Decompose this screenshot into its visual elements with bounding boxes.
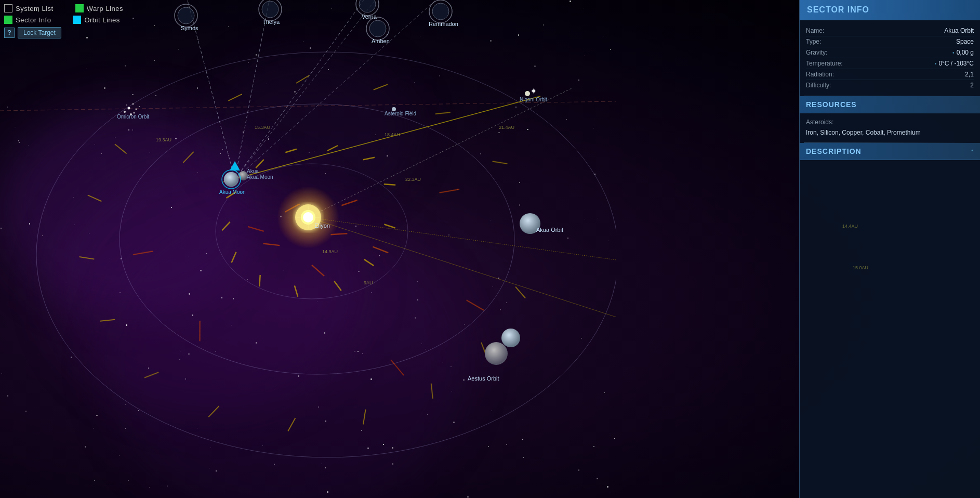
svg-point-88 (359, 0, 376, 12)
name-val: Akua Orbit (944, 27, 974, 34)
svg-line-18 (384, 220, 395, 231)
legatus-s (525, 88, 536, 96)
description-body: 14.4AU 15.0AU (800, 160, 980, 498)
svg-point-71 (133, 103, 134, 105)
selected-marker (230, 161, 240, 171)
thelya-label: Thelya (262, 19, 280, 25)
svg-line-11 (308, 217, 616, 260)
svg-line-22 (255, 275, 265, 286)
akua-moon-label: Akua Moon (247, 174, 273, 180)
amben-label: Amben (372, 38, 390, 44)
svg-line-52 (467, 296, 484, 315)
sector-info-table: Name: Akua Orbit Type: Space Gravity: •0… (800, 20, 980, 96)
svg-line-4 (235, 0, 270, 179)
svg-line-15 (327, 146, 338, 151)
svg-line-53 (391, 360, 404, 375)
svg-point-72 (124, 111, 126, 113)
svg-line-23 (228, 252, 240, 263)
svg-text:18.4AU: 18.4AU (385, 132, 400, 137)
svg-line-38 (206, 406, 221, 417)
akua-label: Akua (247, 168, 259, 174)
svg-line-39 (144, 370, 158, 380)
sector-info-checkbox[interactable] (4, 16, 12, 24)
svg-line-40 (100, 314, 115, 326)
svg-point-59 (303, 212, 313, 222)
svg-point-86 (262, 1, 279, 18)
svg-line-9 (0, 101, 616, 111)
svg-line-44 (263, 236, 280, 253)
warp-lines-checkbox[interactable] (75, 4, 84, 12)
svg-point-69 (501, 329, 520, 347)
svg-line-37 (284, 418, 299, 431)
lock-target-button[interactable]: Lock Target (18, 27, 61, 38)
help-button[interactable]: ? (4, 28, 15, 38)
resources-section: Asteroids: Iron, Silicon, Copper, Cobalt… (800, 113, 980, 142)
right-panel: SECTOR INFO Name: Akua Orbit Type: Space… (799, 0, 980, 498)
svg-line-43 (115, 141, 127, 156)
svg-line-41 (80, 251, 95, 266)
warp-lines-label: Warp Lines (87, 5, 123, 12)
verna-label: Verna (362, 14, 377, 20)
svg-line-19 (364, 257, 374, 268)
svg-line-45 (341, 195, 357, 209)
akua-orbit-label: Akua Moon (219, 189, 246, 195)
orbit-lines-checkbox[interactable] (73, 16, 81, 24)
svg-line-31 (493, 155, 508, 170)
svg-point-90 (369, 20, 386, 37)
svg-point-77 (139, 106, 140, 107)
svg-line-36 (357, 410, 372, 425)
svg-point-64 (224, 172, 239, 187)
svg-line-5 (235, 0, 367, 179)
svg-text:22.3AU: 22.3AU (405, 177, 421, 182)
system-list-checkbox[interactable] (4, 4, 12, 12)
system-list-label: System List (16, 5, 54, 12)
svg-line-10 (223, 96, 540, 182)
svg-point-68 (485, 342, 508, 365)
svg-point-84 (178, 7, 194, 24)
svg-line-42 (88, 191, 102, 206)
symos-label: Symos (181, 25, 198, 31)
gravity-key: Gravity: (806, 49, 827, 56)
asteroids-val: Iron, Silicon, Copper, Cobalt, Promethiu… (806, 128, 974, 137)
svg-line-30 (435, 107, 451, 120)
temperature-key: Temperature: (806, 60, 843, 67)
description-header: DESCRIPTION • (800, 143, 980, 160)
svg-line-24 (220, 222, 232, 230)
svg-point-0 (36, 52, 616, 457)
svg-line-6 (235, 0, 379, 179)
svg-text:15.0AU: 15.0AU (853, 265, 868, 270)
svg-line-20 (334, 280, 341, 291)
remmadon-label: Remmadon (429, 21, 458, 27)
svg-point-79 (525, 91, 530, 96)
svg-point-73 (136, 109, 137, 110)
svg-point-70 (128, 107, 130, 110)
difficulty-val: 2 (970, 82, 974, 89)
svg-point-75 (126, 104, 127, 106)
svg-line-27 (228, 93, 242, 102)
svg-line-49 (248, 220, 264, 237)
svg-text:15.3AU: 15.3AU (255, 125, 270, 130)
svg-line-7 (235, 0, 442, 179)
svg-line-29 (374, 82, 388, 92)
type-val: Space (956, 38, 974, 45)
svg-text:9AU: 9AU (364, 280, 373, 285)
asteroids-key: Asteroids: (806, 119, 974, 126)
svg-text:19.3AU: 19.3AU (156, 137, 171, 142)
name-key: Name: (806, 27, 824, 34)
svg-line-55 (133, 243, 153, 263)
svg-text:14.4AU: 14.4AU (842, 224, 858, 229)
omicron-orbit-label: Aestus Orbit (468, 375, 499, 382)
eliyon-label: Eliyon (314, 222, 330, 229)
temperature-val: •0°C / -103°C (935, 60, 974, 67)
difficulty-key: Difficulty: (806, 82, 831, 89)
svg-line-51 (440, 181, 459, 201)
svg-line-21 (293, 285, 299, 296)
hud-controls: System List Warp Lines Sector Info Orbit… (4, 4, 123, 42)
orbit-lines-label: Orbit Lines (84, 16, 120, 24)
svg-line-46 (373, 242, 388, 258)
resources-header: RESOURCES (800, 96, 980, 113)
aestus-orbit-label: Akua Orbit (536, 227, 563, 233)
asteroid-field-label: Omicron Orbit (117, 114, 149, 120)
svg-line-8 (308, 88, 572, 217)
svg-line-12 (308, 217, 616, 317)
